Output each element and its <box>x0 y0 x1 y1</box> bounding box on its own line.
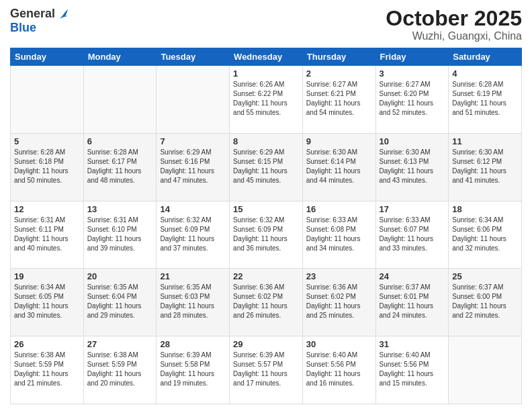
calendar-cell: 8Sunrise: 6:29 AM Sunset: 6:15 PM Daylig… <box>230 133 303 201</box>
calendar-cell: 10Sunrise: 6:30 AM Sunset: 6:13 PM Dayli… <box>375 133 449 201</box>
calendar-cell: 3Sunrise: 6:27 AM Sunset: 6:20 PM Daylig… <box>375 66 449 134</box>
calendar-cell: 18Sunrise: 6:34 AM Sunset: 6:06 PM Dayli… <box>449 201 522 269</box>
day-number: 29 <box>233 339 299 349</box>
day-number: 31 <box>380 339 445 349</box>
day-number: 17 <box>380 204 445 214</box>
calendar-day-header: Saturday <box>449 48 522 66</box>
day-info: Sunrise: 6:30 AM Sunset: 6:12 PM Dayligh… <box>452 148 518 185</box>
calendar-cell: 22Sunrise: 6:36 AM Sunset: 6:02 PM Dayli… <box>230 269 303 336</box>
day-number: 14 <box>160 204 226 214</box>
day-info: Sunrise: 6:31 AM Sunset: 6:10 PM Dayligh… <box>87 216 153 253</box>
calendar-cell: 13Sunrise: 6:31 AM Sunset: 6:10 PM Dayli… <box>83 201 157 269</box>
calendar-day-header: Thursday <box>302 48 375 66</box>
day-number: 6 <box>87 136 153 146</box>
calendar-cell <box>11 66 84 134</box>
day-number: 22 <box>233 271 299 281</box>
title-section: October 2025 Wuzhi, Guangxi, China <box>386 7 522 42</box>
day-info: Sunrise: 6:39 AM Sunset: 5:58 PM Dayligh… <box>160 351 226 388</box>
calendar-cell: 6Sunrise: 6:28 AM Sunset: 6:17 PM Daylig… <box>83 133 157 201</box>
header: General Blue October 2025 Wuzhi, Guangxi… <box>10 7 522 42</box>
day-info: Sunrise: 6:33 AM Sunset: 6:07 PM Dayligh… <box>380 216 445 253</box>
calendar-week-row: 1Sunrise: 6:26 AM Sunset: 6:22 PM Daylig… <box>11 66 522 134</box>
day-info: Sunrise: 6:31 AM Sunset: 6:11 PM Dayligh… <box>14 216 80 253</box>
day-number: 26 <box>14 339 80 349</box>
day-number: 15 <box>233 204 299 214</box>
day-number: 8 <box>233 136 299 146</box>
logo-bird-icon <box>56 7 70 21</box>
calendar-header-row: SundayMondayTuesdayWednesdayThursdayFrid… <box>11 48 522 66</box>
calendar-cell <box>83 66 157 134</box>
calendar-cell: 24Sunrise: 6:37 AM Sunset: 6:01 PM Dayli… <box>375 269 449 336</box>
day-number: 24 <box>380 271 445 281</box>
calendar-cell: 2Sunrise: 6:27 AM Sunset: 6:21 PM Daylig… <box>302 66 375 134</box>
day-number: 3 <box>380 68 445 79</box>
calendar-day-header: Monday <box>83 48 157 66</box>
day-info: Sunrise: 6:30 AM Sunset: 6:13 PM Dayligh… <box>380 148 445 185</box>
calendar-cell: 17Sunrise: 6:33 AM Sunset: 6:07 PM Dayli… <box>375 201 449 269</box>
calendar-cell: 11Sunrise: 6:30 AM Sunset: 6:12 PM Dayli… <box>449 133 522 201</box>
day-number: 10 <box>380 136 445 146</box>
calendar-body: 1Sunrise: 6:26 AM Sunset: 6:22 PM Daylig… <box>11 66 522 404</box>
logo-general: General <box>10 7 55 21</box>
calendar-cell: 4Sunrise: 6:28 AM Sunset: 6:19 PM Daylig… <box>449 66 522 134</box>
calendar-cell <box>449 336 522 404</box>
calendar-cell: 29Sunrise: 6:39 AM Sunset: 5:57 PM Dayli… <box>230 336 303 404</box>
calendar-day-header: Sunday <box>11 48 84 66</box>
day-number: 18 <box>452 204 518 214</box>
day-info: Sunrise: 6:29 AM Sunset: 6:15 PM Dayligh… <box>233 148 299 185</box>
day-info: Sunrise: 6:34 AM Sunset: 6:05 PM Dayligh… <box>14 283 80 320</box>
day-number: 9 <box>306 136 372 146</box>
calendar-day-header: Friday <box>375 48 449 66</box>
day-info: Sunrise: 6:33 AM Sunset: 6:08 PM Dayligh… <box>306 216 372 253</box>
day-number: 20 <box>87 271 153 281</box>
calendar-cell: 12Sunrise: 6:31 AM Sunset: 6:11 PM Dayli… <box>11 201 84 269</box>
logo-blue: Blue <box>10 21 36 35</box>
calendar-cell: 31Sunrise: 6:40 AM Sunset: 5:56 PM Dayli… <box>375 336 449 404</box>
day-number: 25 <box>452 271 518 281</box>
calendar-cell <box>157 66 230 134</box>
day-info: Sunrise: 6:27 AM Sunset: 6:20 PM Dayligh… <box>380 80 445 118</box>
day-number: 16 <box>306 204 372 214</box>
calendar-cell: 21Sunrise: 6:35 AM Sunset: 6:03 PM Dayli… <box>157 269 230 336</box>
calendar-cell: 1Sunrise: 6:26 AM Sunset: 6:22 PM Daylig… <box>230 66 303 134</box>
calendar-cell: 5Sunrise: 6:28 AM Sunset: 6:18 PM Daylig… <box>11 133 84 201</box>
day-info: Sunrise: 6:35 AM Sunset: 6:04 PM Dayligh… <box>87 283 153 320</box>
calendar-cell: 15Sunrise: 6:32 AM Sunset: 6:09 PM Dayli… <box>230 201 303 269</box>
day-number: 21 <box>160 271 226 281</box>
calendar-cell: 27Sunrise: 6:38 AM Sunset: 5:59 PM Dayli… <box>83 336 157 404</box>
day-number: 28 <box>160 339 226 349</box>
calendar-week-row: 5Sunrise: 6:28 AM Sunset: 6:18 PM Daylig… <box>11 133 522 201</box>
day-info: Sunrise: 6:32 AM Sunset: 6:09 PM Dayligh… <box>233 216 299 253</box>
day-number: 11 <box>452 136 518 146</box>
day-info: Sunrise: 6:29 AM Sunset: 6:16 PM Dayligh… <box>160 148 226 185</box>
calendar-cell: 28Sunrise: 6:39 AM Sunset: 5:58 PM Dayli… <box>157 336 230 404</box>
calendar-cell: 30Sunrise: 6:40 AM Sunset: 5:56 PM Dayli… <box>302 336 375 404</box>
day-number: 23 <box>306 271 372 281</box>
calendar-day-header: Wednesday <box>230 48 303 66</box>
day-number: 2 <box>306 68 372 79</box>
day-info: Sunrise: 6:28 AM Sunset: 6:17 PM Dayligh… <box>87 148 153 185</box>
day-info: Sunrise: 6:35 AM Sunset: 6:03 PM Dayligh… <box>160 283 226 320</box>
day-info: Sunrise: 6:37 AM Sunset: 6:00 PM Dayligh… <box>452 283 518 320</box>
calendar-cell: 26Sunrise: 6:38 AM Sunset: 5:59 PM Dayli… <box>11 336 84 404</box>
calendar-cell: 25Sunrise: 6:37 AM Sunset: 6:00 PM Dayli… <box>449 269 522 336</box>
calendar-cell: 14Sunrise: 6:32 AM Sunset: 6:09 PM Dayli… <box>157 201 230 269</box>
day-info: Sunrise: 6:38 AM Sunset: 5:59 PM Dayligh… <box>14 351 80 388</box>
day-info: Sunrise: 6:28 AM Sunset: 6:19 PM Dayligh… <box>452 80 518 118</box>
day-number: 5 <box>14 136 80 146</box>
day-number: 30 <box>306 339 372 349</box>
day-number: 1 <box>233 68 299 79</box>
day-info: Sunrise: 6:32 AM Sunset: 6:09 PM Dayligh… <box>160 216 226 253</box>
day-info: Sunrise: 6:36 AM Sunset: 6:02 PM Dayligh… <box>306 283 372 320</box>
day-info: Sunrise: 6:27 AM Sunset: 6:21 PM Dayligh… <box>306 80 372 118</box>
day-info: Sunrise: 6:37 AM Sunset: 6:01 PM Dayligh… <box>380 283 445 320</box>
day-info: Sunrise: 6:39 AM Sunset: 5:57 PM Dayligh… <box>233 351 299 388</box>
day-info: Sunrise: 6:28 AM Sunset: 6:18 PM Dayligh… <box>14 148 80 185</box>
calendar-table: SundayMondayTuesdayWednesdayThursdayFrid… <box>10 48 522 404</box>
page: General Blue October 2025 Wuzhi, Guangxi… <box>0 0 532 411</box>
day-number: 7 <box>160 136 226 146</box>
day-number: 19 <box>14 271 80 281</box>
calendar-week-row: 12Sunrise: 6:31 AM Sunset: 6:11 PM Dayli… <box>11 201 522 269</box>
day-info: Sunrise: 6:40 AM Sunset: 5:56 PM Dayligh… <box>306 351 372 388</box>
calendar-cell: 23Sunrise: 6:36 AM Sunset: 6:02 PM Dayli… <box>302 269 375 336</box>
